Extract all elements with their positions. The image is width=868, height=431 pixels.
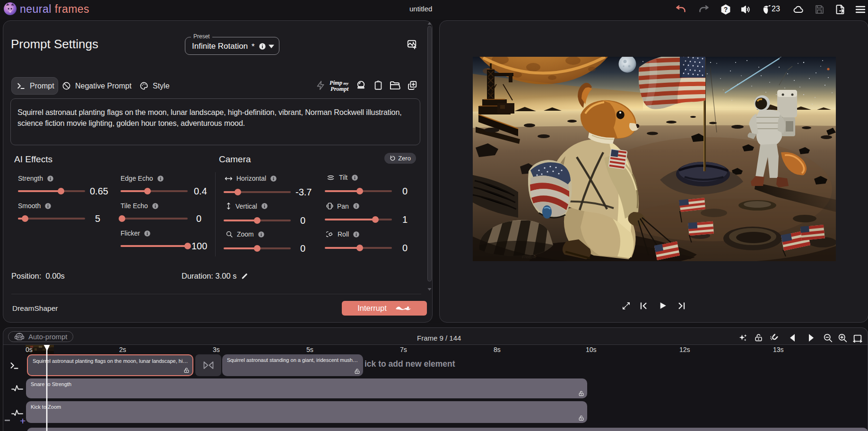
svg-text:Pimp my: Pimp my bbox=[330, 79, 349, 86]
svg-text:Prompt: Prompt bbox=[330, 86, 349, 92]
svg-text:?: ? bbox=[724, 6, 728, 13]
